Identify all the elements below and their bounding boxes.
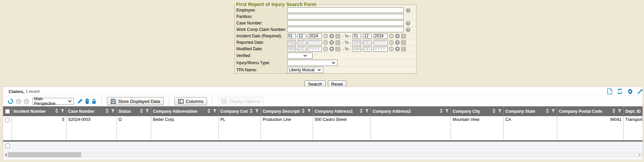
column-header-company-state[interactable]: Company State (504, 106, 557, 116)
scrollbar-thumb[interactable] (8, 152, 81, 157)
time-icon[interactable] (389, 47, 394, 51)
column-header-status[interactable]: Status (117, 106, 151, 116)
clear-date-icon[interactable] (329, 34, 334, 38)
filter-icon[interactable] (145, 109, 149, 114)
column-header-company-description[interactable]: Company Description (261, 106, 313, 116)
incident-date-from-month-input[interactable] (287, 34, 296, 39)
refresh-icon[interactable] (617, 88, 623, 94)
calendar-icon[interactable] (335, 40, 340, 45)
filter-icon[interactable] (498, 109, 502, 114)
horizontal-scrollbar[interactable] (3, 151, 643, 158)
column-header-company-city[interactable]: Company City (451, 106, 504, 116)
tools-wrench-icon[interactable] (637, 88, 643, 94)
sort-icon[interactable] (440, 109, 443, 114)
column-header-company-abbreviation[interactable]: Company Abbreviation (151, 106, 219, 116)
clear-date-icon[interactable] (329, 47, 334, 51)
new-document-icon[interactable] (607, 88, 613, 94)
partition-input[interactable] (287, 14, 404, 19)
filter-icon[interactable] (551, 109, 555, 114)
footer-checkbox[interactable] (5, 144, 10, 148)
sort-icon[interactable] (55, 109, 58, 114)
sort-icon[interactable] (546, 109, 549, 114)
filter-icon[interactable] (61, 109, 64, 114)
table-row[interactable]: 5 S2024-0003 O Better Corp. PL Productio… (3, 116, 643, 140)
filter-icon[interactable] (445, 109, 449, 114)
reported-date-to-year-input[interactable] (374, 40, 388, 45)
settings-gear-icon[interactable] (627, 88, 633, 94)
filter-icon[interactable] (618, 109, 622, 114)
injury-illness-type-select[interactable] (287, 60, 337, 66)
sort-icon[interactable] (360, 109, 363, 114)
help-icon[interactable]: ? (406, 21, 410, 25)
column-header-company-postal-code[interactable]: Company Postal Code (557, 106, 624, 116)
modified-date-to-day-input[interactable] (363, 47, 372, 52)
modified-date-to-month-input[interactable] (352, 47, 361, 52)
help-icon[interactable]: ? (406, 8, 410, 13)
time-icon[interactable] (389, 40, 394, 45)
employee-input[interactable] (287, 7, 404, 13)
clear-date-icon[interactable] (395, 34, 400, 38)
sort-icon[interactable] (302, 109, 305, 114)
sort-icon[interactable] (106, 109, 109, 114)
sort-icon[interactable] (140, 109, 143, 114)
column-header-incident-number[interactable]: Incident Number (12, 106, 66, 116)
filter-icon[interactable] (365, 109, 369, 114)
scroll-right-arrow-icon[interactable] (639, 153, 641, 157)
column-header-dept-id[interactable]: Dept. ID (624, 106, 643, 116)
time-icon[interactable] (323, 40, 328, 45)
filter-icon[interactable] (307, 109, 311, 114)
columns-button[interactable]: Columns (174, 97, 207, 105)
reported-date-to-day-input[interactable] (363, 40, 372, 45)
column-header-case-number[interactable]: Case Number (66, 106, 117, 116)
modified-date-to-year-input[interactable] (374, 47, 388, 52)
column-header-company-address1[interactable]: Company Address1 (313, 106, 371, 116)
reported-date-from-year-input[interactable] (308, 40, 322, 45)
modified-date-from-month-input[interactable] (287, 47, 296, 52)
calendar-icon[interactable] (335, 47, 340, 51)
clear-date-icon[interactable] (329, 40, 334, 45)
reported-date-to-month-input[interactable] (352, 40, 361, 45)
perspective-select[interactable]: Main Perspective (32, 98, 74, 105)
filter-icon[interactable] (255, 109, 259, 114)
help-icon[interactable]: ? (406, 28, 410, 32)
incident-date-to-year-input[interactable] (374, 34, 388, 39)
scroll-left-arrow-icon[interactable] (5, 153, 7, 157)
sort-icon[interactable] (612, 109, 615, 114)
incident-date-from-day-input[interactable] (298, 34, 306, 39)
sort-icon[interactable] (207, 109, 210, 114)
incident-date-to-day-input[interactable] (363, 34, 372, 39)
reported-date-from-month-input[interactable] (287, 40, 296, 45)
verified-select[interactable] (287, 53, 313, 59)
calendar-icon[interactable] (401, 40, 406, 45)
incident-date-to-month-input[interactable] (352, 34, 361, 39)
filter-icon[interactable] (111, 109, 115, 114)
select-all-checkbox[interactable] (5, 109, 10, 113)
edit-perspective-pencil-icon[interactable] (77, 98, 83, 104)
previous-perspective-button[interactable]: ‹ (16, 98, 21, 104)
calendar-icon[interactable] (335, 34, 340, 38)
column-header-company-address2[interactable]: Company Address2 (371, 106, 451, 116)
time-icon[interactable] (323, 34, 328, 38)
incident-date-from-year-input[interactable] (308, 34, 322, 39)
work-comp-claim-number-input[interactable] (287, 27, 404, 32)
case-number-input[interactable] (287, 20, 404, 26)
sort-icon[interactable] (492, 109, 496, 114)
calendar-icon[interactable] (401, 34, 406, 38)
lock-perspective-icon[interactable] (92, 98, 96, 104)
modified-date-from-day-input[interactable] (298, 47, 306, 52)
sort-icon[interactable] (250, 109, 253, 114)
clear-date-icon[interactable] (395, 47, 400, 51)
column-header-company-code[interactable]: Company Code (219, 106, 261, 116)
tpa-name-select[interactable]: Liberty Mutual (287, 67, 323, 73)
next-perspective-button[interactable]: › (23, 98, 29, 104)
calendar-icon[interactable] (401, 47, 406, 51)
store-displayed-data-button[interactable]: Store Displayed Data (107, 97, 164, 105)
clear-date-icon[interactable] (395, 40, 400, 45)
reported-date-from-day-input[interactable] (298, 40, 306, 45)
delete-perspective-trash-icon[interactable] (85, 98, 90, 104)
time-icon[interactable] (323, 47, 328, 51)
modified-date-from-year-input[interactable] (308, 47, 322, 52)
row-checkbox[interactable] (5, 118, 10, 122)
filter-icon[interactable] (213, 109, 217, 114)
time-icon[interactable] (389, 34, 394, 38)
